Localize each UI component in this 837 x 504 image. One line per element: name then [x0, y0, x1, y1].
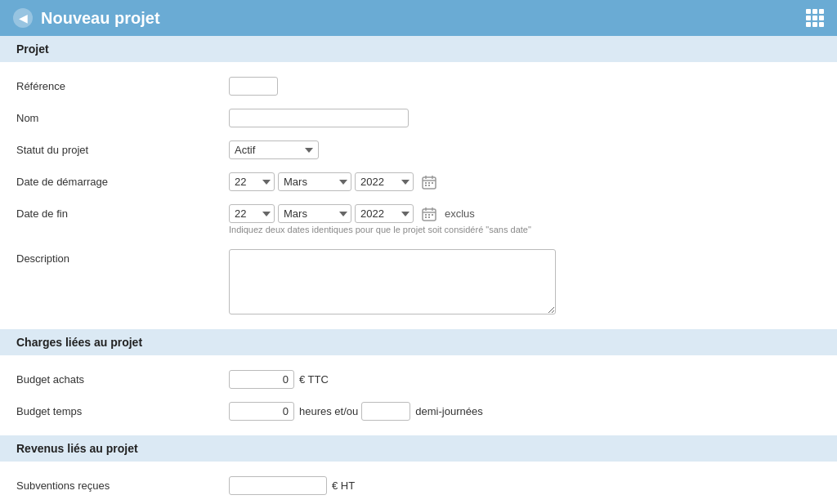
exclus-label: exclus — [445, 207, 475, 220]
unit-subventions: € HT — [332, 479, 355, 492]
row-subventions: Subventions reçues € HT — [16, 470, 821, 502]
label-date-demarrage: Date de démarrage — [16, 176, 229, 188]
input-budget-temps-heures[interactable] — [229, 402, 294, 421]
select-demarrage-day[interactable]: 22 — [229, 172, 275, 191]
input-reference[interactable] — [229, 77, 278, 96]
label-statut: Statut du projet — [16, 144, 229, 156]
date-hint: Indiquez deux dates identiques pour que … — [229, 225, 531, 234]
label-nom: Nom — [16, 112, 229, 124]
label-budget-temps: Budget temps — [16, 405, 229, 417]
label-reference: Référence — [16, 80, 229, 92]
input-budget-temps-halfday[interactable] — [361, 402, 410, 421]
svg-rect-5 — [428, 182, 430, 184]
svg-rect-14 — [428, 214, 430, 216]
label-description: Description — [16, 249, 229, 265]
svg-rect-7 — [425, 185, 427, 186]
svg-rect-17 — [428, 216, 430, 218]
label-budget-achats: Budget achats — [16, 373, 229, 386]
row-budget-achats: Budget achats € TTC — [16, 364, 821, 395]
select-fin-year[interactable]: 2022 202120232024 — [355, 204, 414, 223]
section-revenus-header: Revenus liés au projet — [0, 435, 837, 462]
row-date-fin: Date de fin 22 Mars JanvierFévrierAvril … — [16, 198, 821, 241]
row-budget-temps: Budget temps heures et/ou demi-journées — [16, 395, 821, 427]
section-charges-header: Charges liées au projet — [0, 329, 837, 355]
unit-halfday: demi-journées — [415, 405, 482, 417]
svg-rect-15 — [432, 214, 433, 216]
input-subventions[interactable] — [229, 476, 327, 495]
app-header: ◀ Nouveau projet — [0, 0, 837, 36]
textarea-description[interactable] — [229, 249, 556, 314]
input-nom[interactable] — [229, 109, 409, 127]
grid-menu-icon[interactable] — [806, 9, 824, 27]
row-nom: Nom — [16, 102, 821, 134]
form-charges: Budget achats € TTC Budget temps heures … — [0, 355, 837, 435]
back-button[interactable]: ◀ — [13, 8, 33, 28]
svg-rect-13 — [425, 214, 427, 216]
label-date-fin: Date de fin — [16, 204, 229, 220]
select-fin-month[interactable]: Mars JanvierFévrierAvril MaiJuinJuillet … — [278, 204, 351, 223]
svg-rect-4 — [425, 182, 427, 184]
calendar-demarrage-icon[interactable] — [420, 173, 438, 191]
date-demarrage-group: 22 Mars JanvierFévrierAvril MaiJuinJuill… — [229, 172, 438, 191]
form-revenus: Subventions reçues € HT Facturation atte… — [0, 462, 837, 504]
unit-budget-achats: € TTC — [299, 373, 329, 386]
date-fin-container: 22 Mars JanvierFévrierAvril MaiJuinJuill… — [229, 204, 531, 234]
select-demarrage-year[interactable]: 2022 202120232024 — [355, 172, 414, 191]
main-content: Projet Référence Nom Statut du projet Ac… — [0, 36, 837, 504]
svg-rect-16 — [425, 216, 427, 218]
form-projet: Référence Nom Statut du projet Actif Ina… — [0, 62, 837, 329]
page-title: Nouveau projet — [41, 9, 160, 28]
row-statut: Statut du projet Actif Inactif Terminé E… — [16, 134, 821, 166]
input-budget-achats[interactable] — [229, 370, 294, 389]
calendar-fin-icon[interactable] — [420, 205, 438, 223]
select-fin-day[interactable]: 22 — [229, 204, 275, 223]
row-description: Description — [16, 241, 821, 321]
unit-heures: heures et/ou — [299, 405, 358, 417]
row-date-demarrage: Date de démarrage 22 Mars JanvierFévrier… — [16, 166, 821, 198]
label-subventions: Subventions reçues — [16, 479, 229, 492]
select-demarrage-month[interactable]: Mars JanvierFévrierAvril MaiJuinJuillet … — [278, 172, 351, 191]
select-statut[interactable]: Actif Inactif Terminé En attente — [229, 140, 319, 159]
header-left: ◀ Nouveau projet — [13, 8, 160, 28]
svg-rect-8 — [428, 185, 430, 186]
date-fin-group: 22 Mars JanvierFévrierAvril MaiJuinJuill… — [229, 204, 531, 223]
svg-rect-6 — [432, 182, 433, 184]
section-projet-header: Projet — [0, 36, 837, 62]
row-reference: Référence — [16, 70, 821, 102]
